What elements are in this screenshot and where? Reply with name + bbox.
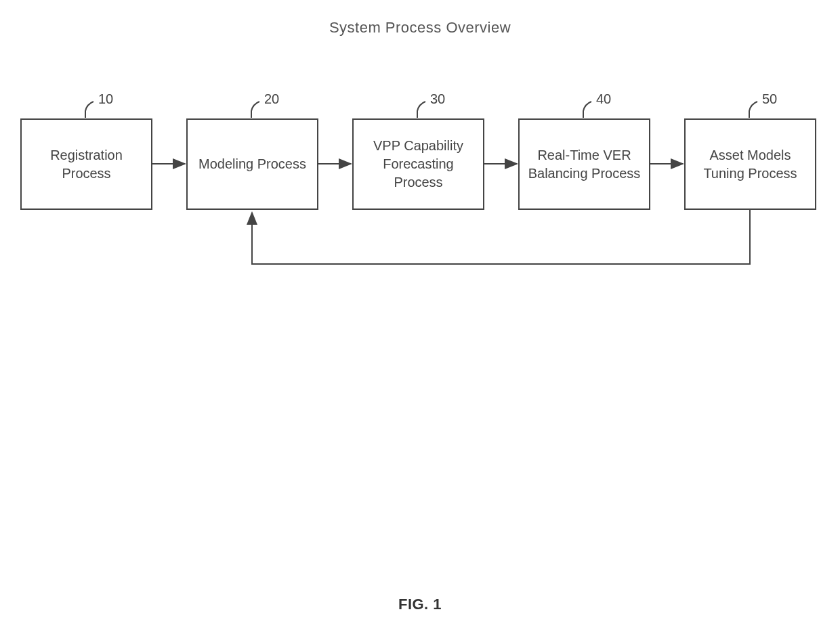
leader-20 bbox=[251, 102, 259, 118]
arrows-svg bbox=[0, 0, 840, 637]
leader-10 bbox=[85, 102, 93, 118]
leader-30 bbox=[417, 102, 425, 118]
diagram-stage: Registration Process Modeling Process VP… bbox=[0, 0, 840, 637]
feedback-arrow bbox=[252, 210, 750, 264]
leader-40 bbox=[583, 102, 591, 118]
leader-50 bbox=[749, 102, 757, 118]
figure-label: FIG. 1 bbox=[0, 596, 840, 613]
